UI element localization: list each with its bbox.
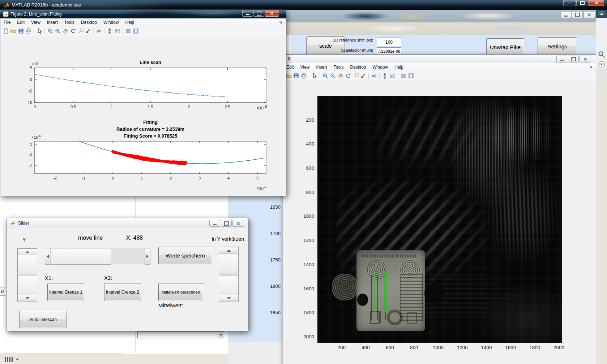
background-axis-label: 1850: [259, 310, 281, 315]
menu-item-window[interactable]: Window: [369, 63, 392, 71]
close-button[interactable]: [584, 11, 595, 18]
slider-up-button[interactable]: [219, 247, 238, 254]
slider-thumb[interactable]: [219, 275, 238, 295]
interval-grenze2-button[interactable]: Interval Grenze 2: [104, 283, 141, 301]
slider-thumb[interactable]: [219, 254, 238, 274]
link-plots-icon[interactable]: [95, 27, 103, 35]
rotate-3d-icon[interactable]: [344, 72, 352, 79]
close-button[interactable]: [265, 10, 279, 17]
rotate-3d-icon[interactable]: [69, 27, 77, 35]
maximize-button[interactable]: [253, 10, 264, 17]
menu-item-edit[interactable]: Edit: [14, 18, 28, 26]
figure-toolbar: [283, 71, 596, 81]
menu-item-desktop[interactable]: Desktop: [78, 18, 100, 26]
slider-thumb[interactable]: [50, 248, 111, 265]
menu-item-insert[interactable]: Insert: [313, 63, 330, 71]
ref-shift-input[interactable]: [377, 38, 401, 47]
maximize-button[interactable]: [221, 220, 232, 227]
close-button[interactable]: [589, 0, 604, 6]
slider-thumb[interactable]: [18, 276, 37, 295]
unwrap-pike-button[interactable]: Unwrap Pike: [486, 38, 524, 56]
menu-item-window[interactable]: Window: [100, 18, 122, 26]
menu-item-help[interactable]: Help: [391, 63, 407, 71]
brush-icon[interactable]: [359, 72, 367, 79]
zoom-in-icon[interactable]: [321, 72, 329, 79]
slider-thumb[interactable]: [18, 255, 37, 274]
data-cursor-icon[interactable]: [352, 72, 359, 79]
pan-hand-icon[interactable]: [61, 27, 69, 35]
docked-panel-tab[interactable]: D: [0, 287, 5, 296]
figure2-toolbar: [0, 26, 286, 36]
menu-item-desktop[interactable]: Desktop: [347, 63, 369, 71]
zoom-out-icon[interactable]: [54, 27, 61, 35]
save-values-button[interactable]: Werte speichern: [158, 247, 212, 264]
maximize-button[interactable]: [572, 11, 583, 18]
y-slider[interactable]: [17, 248, 37, 302]
menu-item-tools[interactable]: Tools: [61, 18, 78, 26]
pointer-icon[interactable]: [311, 72, 318, 79]
chevron-circle-down-icon[interactable]: [598, 61, 605, 68]
pointer-icon[interactable]: [35, 27, 43, 35]
shorten-y-slider[interactable]: [219, 247, 239, 302]
insert-colorbar-icon[interactable]: [106, 27, 114, 35]
menu-item-tools[interactable]: Tools: [330, 63, 347, 71]
toolbar-separator: [320, 73, 320, 79]
insert-colorbar-icon[interactable]: [381, 72, 389, 79]
collapse-panel-button[interactable]: [598, 11, 605, 17]
chevron-down-icon: [219, 334, 222, 336]
zoom-in-icon[interactable]: [46, 27, 54, 35]
mittelwert-berechnen-button[interactable]: Mittelwert berechnen: [158, 283, 203, 301]
menu-item-insert[interactable]: Insert: [44, 18, 61, 26]
menu-item-help[interactable]: Help: [122, 18, 138, 26]
new-document-icon[interactable]: [2, 27, 9, 35]
print-icon[interactable]: [300, 72, 307, 79]
brush-icon[interactable]: [84, 27, 92, 35]
combobox-dropdown-button[interactable]: [218, 332, 224, 338]
move-line-slider[interactable]: [45, 248, 150, 265]
menu-item-view[interactable]: View: [28, 18, 44, 26]
minimize-button[interactable]: [556, 56, 567, 62]
figure-menubar: EditViewInsertToolsDesktopWindowHelp: [283, 63, 596, 72]
expand-icon: [16, 358, 19, 360]
slider-track[interactable]: [111, 248, 145, 264]
slider-up-button[interactable]: [18, 248, 37, 256]
pan-hand-icon[interactable]: [337, 72, 344, 79]
slider-down-button[interactable]: [219, 295, 238, 302]
search-icon[interactable]: [598, 51, 606, 58]
minimize-button[interactable]: [209, 220, 220, 227]
data-cursor-icon[interactable]: [77, 27, 84, 35]
x-value-label: X: 488: [126, 235, 143, 241]
zoom-out-icon[interactable]: [329, 72, 337, 79]
menu-item-view[interactable]: View: [297, 63, 313, 71]
settings-button[interactable]: Settings: [538, 37, 577, 55]
dock-figure-icon[interactable]: [278, 20, 284, 25]
insert-legend-icon[interactable]: [389, 72, 396, 79]
slider-right-button[interactable]: [145, 248, 150, 265]
interval-grenze1-button[interactable]: Interval Grenze 1: [47, 283, 84, 301]
minimize-button[interactable]: [560, 11, 571, 18]
print-icon[interactable]: [25, 27, 32, 35]
minimized-window-widget[interactable]: [5, 356, 30, 362]
open-folder-icon[interactable]: [9, 27, 17, 35]
background-combobox[interactable]: [137, 332, 224, 338]
link-plots-icon[interactable]: [370, 72, 378, 79]
hide-plot-tools-icon[interactable]: [399, 72, 407, 79]
hide-plot-tools-icon[interactable]: [124, 27, 132, 35]
show-plot-tools-icon[interactable]: [132, 27, 140, 35]
restore-button[interactable]: [576, 0, 589, 6]
auto-linescan-button[interactable]: Auto Linescan: [19, 311, 67, 328]
close-button[interactable]: [232, 220, 244, 227]
save-icon[interactable]: [292, 72, 300, 79]
minimize-button[interactable]: [563, 0, 576, 6]
dock-figure-icon[interactable]: [588, 64, 594, 70]
close-button[interactable]: [580, 56, 591, 62]
show-plot-tools-icon[interactable]: [407, 72, 415, 79]
insert-legend-icon[interactable]: [114, 27, 121, 35]
scalefactor-label: Scalefactor [müm]: [325, 48, 373, 52]
save-icon[interactable]: [17, 27, 25, 35]
slider-left-button[interactable]: [45, 248, 51, 265]
menu-item-file[interactable]: File: [0, 18, 14, 26]
minimize-button[interactable]: [242, 10, 253, 17]
maximize-button[interactable]: [568, 56, 579, 62]
slider-down-button[interactable]: [18, 295, 37, 302]
